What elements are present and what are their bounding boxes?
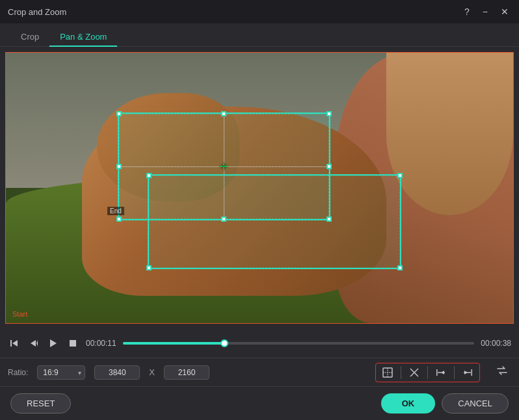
title-bar: Crop and Zoom ? − ✕ [0, 0, 519, 23]
svg-rect-0 [10, 340, 12, 347]
end-time: 00:00:38 [481, 339, 511, 348]
svg-marker-2 [31, 340, 36, 347]
timeline-track[interactable] [123, 342, 475, 345]
height-input[interactable] [164, 365, 209, 380]
move-icon: ✛ [220, 162, 228, 171]
close-button[interactable]: ✕ [498, 6, 511, 18]
skip-back-button[interactable] [8, 337, 21, 350]
alignment-buttons [375, 363, 480, 382]
dimension-separator: X [149, 367, 155, 377]
timeline-thumb[interactable] [220, 339, 228, 347]
timeline-fill [123, 342, 225, 345]
btn-separator-2 [427, 366, 428, 379]
stop-button[interactable] [66, 337, 79, 350]
handle-bottom-left[interactable] [116, 217, 122, 222]
cancel-button[interactable]: CANCEL [442, 393, 509, 413]
end-label: End [107, 207, 124, 215]
svg-rect-14 [472, 369, 473, 376]
center-crop-button[interactable] [377, 365, 398, 380]
help-button[interactable]: ? [462, 6, 472, 18]
step-back-button[interactable] [27, 337, 40, 350]
align-right-button[interactable] [457, 365, 478, 380]
handle-top-right[interactable] [326, 111, 332, 116]
video-background: ✛ Start End [6, 53, 513, 323]
end-handle-bottom-right[interactable] [397, 265, 403, 270]
ratio-label: Ratio: [8, 368, 28, 377]
handle-mid-right[interactable] [326, 164, 332, 169]
tab-crop[interactable]: Crop [10, 28, 49, 47]
play-button[interactable] [47, 337, 60, 350]
minimize-button[interactable]: − [480, 6, 490, 18]
options-bar: Ratio: 16:9 4:3 1:1 9:16 Custom X [0, 358, 519, 386]
video-preview: ✛ Start End [5, 52, 514, 324]
align-left-button[interactable] [431, 365, 451, 380]
width-input[interactable] [94, 365, 140, 380]
window-title: Crop and Zoom [8, 7, 66, 17]
handle-top-left[interactable] [116, 111, 122, 116]
reset-button[interactable]: RESET [10, 393, 71, 413]
svg-marker-4 [50, 339, 57, 347]
btn-separator-3 [454, 366, 455, 379]
ok-button[interactable]: OK [381, 393, 436, 413]
end-handle-top-left[interactable] [146, 173, 152, 178]
svg-rect-11 [436, 369, 438, 376]
scene-person-hair [386, 53, 513, 215]
swap-button[interactable] [493, 361, 511, 383]
svg-rect-5 [70, 340, 76, 347]
svg-marker-3 [36, 340, 38, 347]
ratio-select[interactable]: 16:9 4:3 1:1 9:16 Custom [37, 365, 85, 380]
svg-marker-13 [441, 371, 444, 374]
end-handle-top-right[interactable] [397, 173, 403, 178]
current-time: 00:00:11 [86, 339, 116, 348]
svg-marker-16 [464, 371, 468, 374]
zoom-box-end[interactable] [148, 174, 401, 269]
bottom-bar: RESET OK CANCEL [0, 386, 519, 420]
ratio-select-wrapper: 16:9 4:3 1:1 9:16 Custom [37, 365, 85, 380]
btn-separator-1 [401, 366, 401, 379]
playback-controls: 00:00:11 00:00:38 [0, 329, 519, 358]
end-handle-bottom-left[interactable] [146, 265, 152, 270]
tab-pan-zoom[interactable]: Pan & Zoom [49, 28, 117, 47]
window-controls: ? − ✕ [462, 6, 511, 18]
fill-button[interactable] [404, 365, 425, 380]
tabs-bar: Crop Pan & Zoom [0, 23, 519, 47]
handle-mid-left[interactable] [116, 164, 122, 169]
svg-marker-1 [12, 340, 18, 347]
start-label: Start [12, 310, 27, 318]
handle-top-mid[interactable] [221, 111, 226, 116]
action-buttons: OK CANCEL [381, 393, 509, 413]
